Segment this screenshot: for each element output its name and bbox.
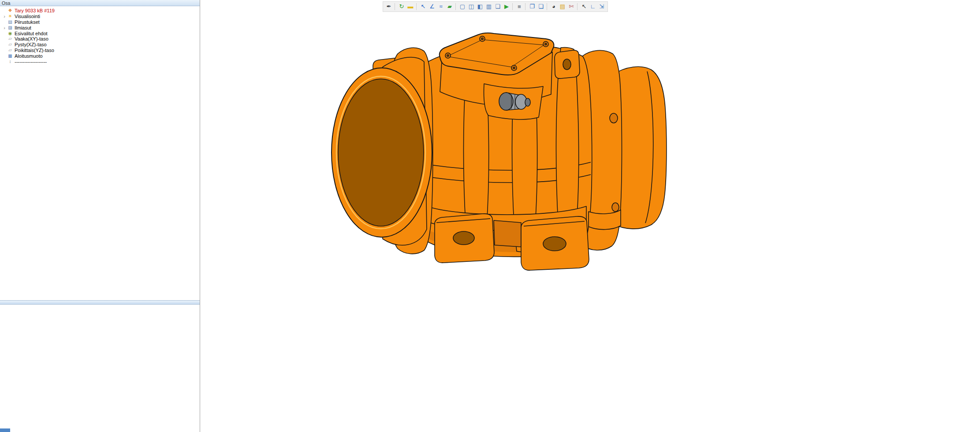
solid-box-icon[interactable]: ■ [515,2,524,11]
motor-3d-model[interactable] [201,0,980,432]
select-tangent-icon[interactable]: ≈ [436,2,445,11]
animate-icon[interactable]: ▶ [502,2,511,11]
cover-screws [445,36,548,71]
motor-terminal-box[interactable] [440,33,554,119]
cursor-icon[interactable]: ↖ [580,2,589,11]
quick-toolbar: ✒↻▬↖∠≈▰▢◫◧▥❏▶■❐❏◕▤✄↖∟⇲ [383,1,608,12]
tree-item[interactable]: ›☀Visualisointi [2,14,199,19]
select-face-icon[interactable]: ▰ [445,2,454,11]
view-shaded-icon[interactable]: ◧ [476,2,484,11]
magnifier-icon[interactable]: ◕ [549,2,558,11]
tree-item[interactable]: ▱Vaaka(XY)-taso [2,36,199,42]
select-vertex-icon[interactable]: ↖ [419,2,428,11]
tree-item-label: Visualisointi [15,14,40,19]
preselected-conditions-icon: ◉ [7,31,13,36]
motor-left-flange[interactable] [373,48,433,254]
expander-icon[interactable]: › [2,14,7,19]
bottom-left-chip [0,428,10,432]
tree-item-label: Aloitusmuoto [15,53,43,59]
plane-icon: ▱ [7,48,13,53]
cable-gland[interactable] [499,93,530,110]
part-icon: ❖ [7,8,13,13]
tree-item-label: Pysty(XZ)-taso [15,42,47,47]
copy-icon[interactable]: ❐ [528,2,537,11]
tree-item-label: Tary 9033 kB #119 [15,8,55,13]
folder-icon[interactable]: ▤ [558,2,567,11]
tree-root-item[interactable]: ❖Tary 9033 kB #119 [2,8,199,14]
edit-sketch-icon[interactable]: ↻ [397,2,406,11]
dimension-icon[interactable]: ▬ [406,2,415,11]
tree-item[interactable]: ▱Poikittais(YZ)-taso [2,48,199,53]
tree-item[interactable]: ▤Piirustukset [2,19,199,25]
feature-tree: ❖Tary 9033 kB #119›☀Visualisointi▤Piirus… [0,6,200,64]
tree-item-label: Piirustukset [15,19,40,25]
tree-item[interactable]: ▦Aloitusmuoto [2,53,199,59]
isometric-view-icon[interactable]: ❏ [493,2,502,11]
tree-item[interactable]: ↕-------------------- [2,59,199,64]
tree-item[interactable]: ›▨Ilmiasut [2,25,199,30]
start-shape-icon: ▦ [7,53,13,59]
feature-tree-panel: Osa ❖Tary 9033 kB #119›☀Visualisointi▤Pi… [0,0,200,432]
model-viewport[interactable]: ✒↻▬↖∠≈▰▢◫◧▥❏▶■❐❏◕▤✄↖∟⇲ [201,0,980,432]
tree-item[interactable]: ▱Pysty(XZ)-taso [2,42,199,48]
tree-item-label: Esivalitut ehdot [15,31,48,36]
coordinate-axes-icon[interactable]: ∟ [589,2,597,11]
motor-right-flange[interactable] [573,50,622,250]
motor-body[interactable] [416,45,592,257]
rollback-bar-icon: ↕ [7,59,13,64]
tree-item[interactable]: ◉Esivalitut ehdot [2,30,199,36]
select-edge-icon[interactable]: ∠ [428,2,436,11]
panel-title: Osa [0,0,200,6]
tree-item-label: -------------------- [15,59,47,64]
view-wireframe-icon[interactable]: ▥ [484,2,493,11]
drawings-icon: ▤ [7,19,13,25]
tree-item-label: Vaaka(XY)-taso [15,36,48,41]
expander-icon[interactable]: › [2,25,7,30]
motor-right-endcap[interactable] [612,67,667,229]
motor-left-endbell[interactable] [332,57,432,245]
pane-splitter[interactable] [0,300,200,305]
appearances-icon: ▨ [7,25,13,30]
tree-item-label: Ilmiasut [15,25,31,30]
view-pane-icon[interactable]: ▢ [458,2,467,11]
fit-view-icon[interactable]: ⇲ [597,2,606,11]
motor-feet[interactable] [430,206,621,270]
pin-icon[interactable]: ✒ [384,2,393,11]
view-two-pane-icon[interactable]: ◫ [467,2,476,11]
delete-icon[interactable]: ✄ [567,2,576,11]
plane-icon: ▱ [7,36,13,41]
visualization-icon: ☀ [7,14,13,19]
tree-item-label: Poikittais(YZ)-taso [15,48,54,53]
layers-icon[interactable]: ❏ [537,2,545,11]
plane-icon: ▱ [7,42,13,47]
